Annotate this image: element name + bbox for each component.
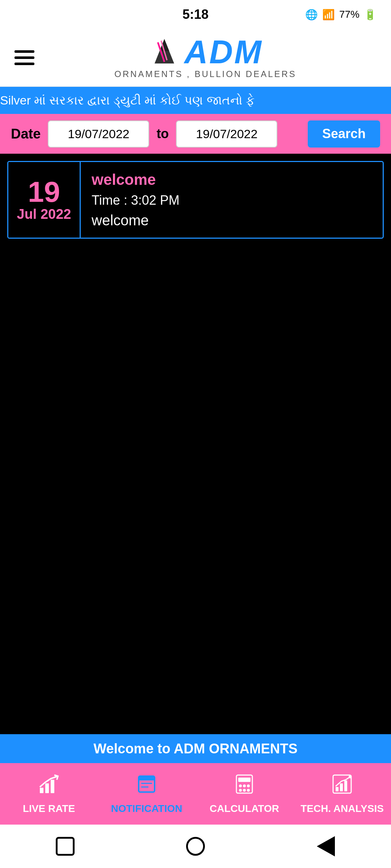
bottom-nav: LIVE RATE NOTIFICATION bbox=[0, 763, 391, 825]
status-bar: 5:18 🌐 📶 77% 🔋 bbox=[0, 0, 391, 29]
card-body: welcome Time : 3:02 PM welcome bbox=[81, 162, 383, 238]
svg-point-16 bbox=[247, 784, 250, 787]
svg-rect-22 bbox=[340, 783, 343, 791]
logo-container: ADM bbox=[148, 36, 263, 68]
nav-notification[interactable]: NOTIFICATION bbox=[98, 773, 196, 814]
signal-icon: 📶 bbox=[322, 9, 335, 21]
nav-calculator[interactable]: CALCULATOR bbox=[196, 773, 293, 814]
marquee-banner: Silver માં સરકાર દ્વારા ડ્યુટી માં કોઈ પ… bbox=[0, 87, 391, 114]
welcome-bar: Welcome to ADM ORNAMENTS bbox=[0, 734, 391, 763]
to-label: to bbox=[156, 126, 169, 141]
card-date-month: Jul 2022 bbox=[17, 207, 71, 222]
system-home-button[interactable] bbox=[183, 834, 208, 859]
battery-text: 77% bbox=[339, 9, 360, 20]
card-title: welcome bbox=[92, 171, 372, 188]
svg-rect-4 bbox=[40, 788, 43, 793]
marquee-text: Silver માં સરકાર દ્વારા ડ્યુટી માં કોઈ પ… bbox=[0, 93, 255, 108]
svg-rect-23 bbox=[344, 780, 347, 791]
from-date-input[interactable]: 19/07/2022 bbox=[48, 120, 149, 148]
svg-point-24 bbox=[349, 775, 352, 778]
svg-point-19 bbox=[247, 789, 250, 792]
triangle-icon bbox=[317, 836, 335, 856]
card-date: 19 Jul 2022 bbox=[8, 162, 81, 238]
svg-rect-6 bbox=[51, 780, 54, 793]
notification-label: NOTIFICATION bbox=[111, 803, 182, 814]
system-recent-button[interactable] bbox=[313, 834, 339, 859]
circle-icon bbox=[186, 837, 205, 856]
filter-bar: Date 19/07/2022 to 19/07/2022 Search bbox=[0, 114, 391, 154]
notification-icon bbox=[136, 773, 157, 800]
calculator-label: CALCULATOR bbox=[210, 803, 279, 814]
system-nav bbox=[0, 825, 391, 868]
header: ADM ORNAMENTS , BULLION DEALERS bbox=[0, 29, 391, 87]
nav-live-rate[interactable]: LIVE RATE bbox=[0, 773, 98, 814]
svg-point-17 bbox=[239, 789, 242, 792]
date-label: Date bbox=[11, 126, 41, 142]
logo-area: ADM ORNAMENTS , BULLION DEALERS bbox=[34, 36, 377, 79]
svg-rect-5 bbox=[45, 783, 49, 793]
battery-icon: 🔋 bbox=[364, 9, 377, 21]
system-back-button[interactable] bbox=[52, 834, 78, 859]
logo-text: ADM bbox=[184, 36, 263, 68]
card-date-number: 19 bbox=[28, 178, 60, 207]
card-time: Time : 3:02 PM bbox=[92, 193, 372, 208]
logo-icon bbox=[148, 36, 181, 68]
to-date-input[interactable]: 19/07/2022 bbox=[176, 120, 277, 148]
logo-subtitle: ORNAMENTS , BULLION DEALERS bbox=[114, 69, 297, 79]
tech-analysis-icon bbox=[331, 773, 353, 800]
status-time: 5:18 bbox=[182, 7, 209, 22]
card-message: welcome bbox=[92, 212, 372, 229]
svg-rect-21 bbox=[336, 787, 339, 791]
live-rate-icon bbox=[38, 773, 60, 800]
live-rate-label: LIVE RATE bbox=[23, 803, 75, 814]
svg-point-18 bbox=[243, 789, 246, 792]
notification-card: 19 Jul 2022 welcome Time : 3:02 PM welco… bbox=[7, 161, 384, 239]
status-icons: 🌐 📶 77% 🔋 bbox=[305, 9, 377, 21]
tech-analysis-label: TECH. ANALYSIS bbox=[300, 803, 384, 814]
svg-rect-11 bbox=[139, 776, 155, 780]
nav-tech-analysis[interactable]: TECH. ANALYSIS bbox=[293, 773, 391, 814]
search-button[interactable]: Search bbox=[308, 120, 380, 148]
content-area: 19 Jul 2022 welcome Time : 3:02 PM welco… bbox=[0, 154, 391, 734]
calculator-icon bbox=[234, 773, 255, 800]
square-icon bbox=[56, 837, 75, 856]
hamburger-menu[interactable] bbox=[14, 50, 34, 65]
svg-point-15 bbox=[243, 784, 246, 787]
svg-rect-13 bbox=[238, 778, 251, 782]
svg-point-14 bbox=[239, 784, 242, 787]
welcome-text: Welcome to ADM ORNAMENTS bbox=[93, 741, 298, 757]
network-icon: 🌐 bbox=[305, 9, 318, 21]
